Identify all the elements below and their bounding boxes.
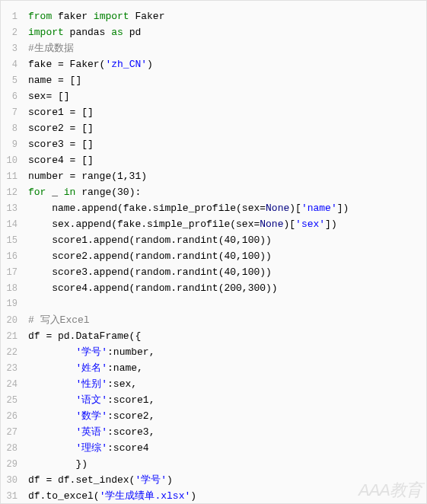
line-content: score3 = [] xyxy=(28,136,426,152)
line-content: score4.append(random.randint(200,300)) xyxy=(28,280,426,296)
code-line: 28 '理综':score4 xyxy=(1,440,426,456)
token-id: score3 = [] xyxy=(28,139,94,150)
line-content: score1 = [] xyxy=(28,104,426,120)
token-id: )[ xyxy=(289,203,301,214)
token-id xyxy=(28,394,75,406)
line-content: score4 = [] xyxy=(28,152,426,168)
code-line: 22 '学号':number, xyxy=(1,344,426,360)
token-str: '学号' xyxy=(135,474,167,486)
token-id: _ xyxy=(46,187,63,198)
token-id xyxy=(28,410,75,422)
token-id: df = pd.DataFrame({ xyxy=(28,330,141,342)
line-number: 13 xyxy=(1,201,28,217)
token-kw: import xyxy=(28,27,64,38)
token-id xyxy=(28,426,75,438)
code-line: 1from faker import Faker xyxy=(1,8,426,24)
token-str: '数学' xyxy=(75,410,107,422)
line-number: 25 xyxy=(1,393,28,409)
token-id: :score1, xyxy=(107,394,155,406)
code-line: 8score2 = [] xyxy=(1,120,426,136)
code-line: 4fake = Faker('zh_CN') xyxy=(1,56,426,72)
code-line: 24 '性别':sex, xyxy=(1,376,426,392)
code-line: 14 sex.append(fake.simple_profile(sex=No… xyxy=(1,216,426,232)
line-content: score3.append(random.randint(40,100)) xyxy=(28,264,426,280)
token-str: '学号' xyxy=(75,346,107,358)
token-id: ) xyxy=(190,490,196,502)
token-id: faker xyxy=(52,11,94,22)
token-comment: #生成数据 xyxy=(28,43,74,54)
token-id: pd xyxy=(123,27,141,38)
token-id: df = df.set_index( xyxy=(28,474,135,486)
code-line: 20# 写入Excel xyxy=(1,312,426,328)
line-content: from faker import Faker xyxy=(28,8,426,24)
line-content: # 写入Excel xyxy=(28,312,426,328)
line-content: for _ in range(30): xyxy=(28,184,426,200)
token-id: :sex, xyxy=(107,378,137,390)
line-number: 23 xyxy=(1,361,28,377)
line-number: 4 xyxy=(1,57,28,73)
code-line: 12for _ in range(30): xyxy=(1,184,426,200)
line-number: 28 xyxy=(1,441,28,457)
line-content: name.append(fake.simple_profile(sex=None… xyxy=(28,200,426,216)
code-line: 3#生成数据 xyxy=(1,40,426,56)
line-content: df = pd.DataFrame({ xyxy=(28,328,426,344)
token-str: '英语' xyxy=(75,426,107,438)
code-line: 30df = df.set_index('学号') xyxy=(1,472,426,488)
token-id: df.to_excel( xyxy=(28,490,100,502)
code-line: 26 '数学':score2, xyxy=(1,408,426,424)
line-number: 2 xyxy=(1,25,28,41)
token-id: ]) xyxy=(325,219,337,230)
line-content: df.to_excel('学生成绩单.xlsx') xyxy=(28,488,426,504)
line-number: 27 xyxy=(1,425,28,441)
token-str: '理综' xyxy=(75,442,107,454)
line-number: 11 xyxy=(1,169,28,185)
line-number: 16 xyxy=(1,249,28,265)
code-block: 1from faker import Faker2import pandas a… xyxy=(1,1,426,504)
code-line: 9score3 = [] xyxy=(1,136,426,152)
code-line: 25 '语文':score1, xyxy=(1,392,426,408)
line-content: sex.append(fake.simple_profile(sex=None)… xyxy=(28,216,426,232)
line-content: '姓名':name, xyxy=(28,360,426,376)
token-id: score1 = [] xyxy=(28,107,94,118)
line-content: }) xyxy=(28,456,426,472)
line-number: 30 xyxy=(1,473,28,489)
line-number: 19 xyxy=(1,296,28,312)
code-line: 11number = range(1,31) xyxy=(1,168,426,184)
code-line: 6sex= [] xyxy=(1,88,426,104)
token-id: )[ xyxy=(283,219,295,230)
line-number: 22 xyxy=(1,345,28,361)
token-id: score4 = [] xyxy=(28,155,94,166)
token-str: '姓名' xyxy=(75,362,107,374)
token-id: score2 = [] xyxy=(28,123,94,134)
line-content: number = range(1,31) xyxy=(28,168,426,184)
token-str: '性别' xyxy=(75,378,107,390)
code-line: 10score4 = [] xyxy=(1,152,426,168)
line-number: 9 xyxy=(1,137,28,153)
token-none: None xyxy=(266,203,289,214)
line-number: 12 xyxy=(1,185,28,201)
code-line: 18 score4.append(random.randint(200,300)… xyxy=(1,280,426,296)
token-str: 'name' xyxy=(301,203,337,214)
line-number: 8 xyxy=(1,121,28,137)
code-line: 15 score1.append(random.randint(40,100)) xyxy=(1,232,426,248)
code-line: 19 xyxy=(1,296,426,312)
token-str: '学生成绩单.xlsx' xyxy=(100,490,191,502)
token-id: :score3, xyxy=(107,426,155,438)
line-content: sex= [] xyxy=(28,88,426,104)
line-content: '数学':score2, xyxy=(28,408,426,424)
code-line: 2import pandas as pd xyxy=(1,24,426,40)
line-content: df = df.set_index('学号') xyxy=(28,472,426,488)
token-id: sex.append(fake.simple_profile(sex= xyxy=(28,219,260,230)
token-none: None xyxy=(260,219,283,230)
line-content: import pandas as pd xyxy=(28,24,426,40)
line-number: 26 xyxy=(1,409,28,425)
token-id: ) xyxy=(147,59,153,70)
line-number: 1 xyxy=(1,9,28,25)
token-id: sex= [] xyxy=(28,91,70,102)
line-content: '语文':score1, xyxy=(28,392,426,408)
token-id: :number, xyxy=(107,346,155,358)
token-id: :score4 xyxy=(107,442,149,454)
token-id xyxy=(28,378,75,390)
token-id: Faker xyxy=(129,11,165,22)
token-id: ) xyxy=(167,474,173,486)
